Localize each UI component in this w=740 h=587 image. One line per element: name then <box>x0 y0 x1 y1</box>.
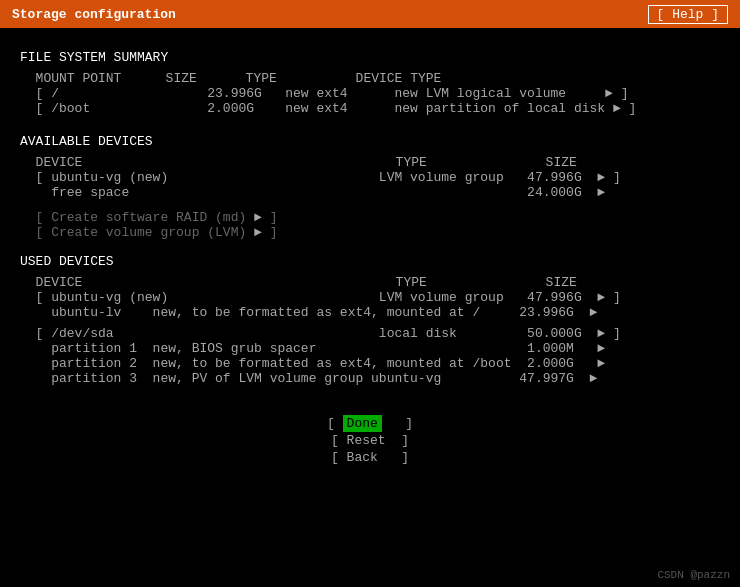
watermark: CSDN @pazzn <box>657 569 730 581</box>
fs-row-1[interactable]: [ / 23.996G new ext4 new LVM logical vol… <box>20 86 720 101</box>
avail-col-headers: DEVICETYPESIZE <box>20 155 720 170</box>
title-bar: Storage configuration [ Help ] <box>0 0 740 28</box>
fs-row-2[interactable]: [ /boot 2.000G new ext4 new partition of… <box>20 101 720 116</box>
used-row-1[interactable]: [ ubuntu-vg (new) LVM volume group 47.99… <box>20 290 720 305</box>
create-raid-link[interactable]: [ Create software RAID (md) ► ] <box>20 210 720 225</box>
avail-row-1[interactable]: [ ubuntu-vg (new) LVM volume group 47.99… <box>20 170 720 185</box>
used-col-headers: DEVICETYPESIZE <box>20 275 720 290</box>
used-row-4: partition 1 new, BIOS grub spacer 1.000M… <box>20 341 720 356</box>
used-row-6: partition 3 new, PV of LVM volume group … <box>20 371 720 386</box>
available-devices-header: AVAILABLE DEVICES <box>20 134 720 149</box>
help-button[interactable]: [ Help ] <box>648 5 728 24</box>
file-system-summary-header: FILE SYSTEM SUMMARY <box>20 50 720 65</box>
create-lvm-link[interactable]: [ Create volume group (LVM) ► ] <box>20 225 720 240</box>
done-button[interactable]: [ Done ] <box>327 416 413 431</box>
main-content: FILE SYSTEM SUMMARY MOUNT POINTSIZETYPED… <box>0 28 740 396</box>
app-title: Storage configuration <box>12 7 176 22</box>
back-button[interactable]: [ Back ] <box>331 450 409 465</box>
used-row-5: partition 2 new, to be formatted as ext4… <box>20 356 720 371</box>
used-row-3[interactable]: [ /dev/sda local disk 50.000G ► ] <box>20 326 720 341</box>
used-devices-header: USED DEVICES <box>20 254 720 269</box>
create-links: [ Create software RAID (md) ► ] [ Create… <box>20 210 720 240</box>
fs-col-headers: MOUNT POINTSIZETYPEDEVICE TYPE <box>20 71 720 86</box>
reset-button[interactable]: [ Reset ] <box>331 433 409 448</box>
button-area: [ Done ] [ Reset ] [ Back ] <box>0 416 740 465</box>
used-row-2: ubuntu-lv new, to be formatted as ext4, … <box>20 305 720 320</box>
avail-row-2: free space 24.000G ► <box>20 185 720 200</box>
